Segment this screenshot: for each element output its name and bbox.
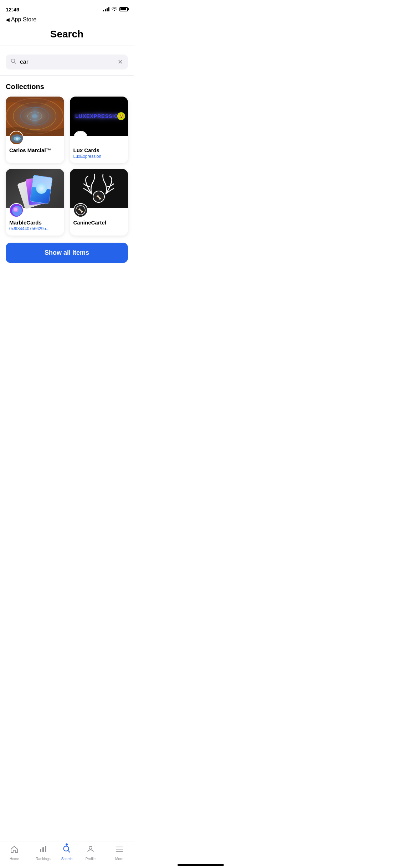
collections-title: Collections [6, 83, 128, 91]
collection-card-lux[interactable]: LUXEXPRESSION 😵 Lux Cards LuxExpression [70, 97, 128, 163]
svg-text:🦴: 🦴 [96, 195, 102, 200]
nav-back[interactable]: ◀ App Store [0, 16, 134, 24]
collection-image-marble [6, 169, 64, 208]
svg-point-8 [32, 114, 37, 118]
svg-point-13 [16, 138, 19, 140]
collection-name-carlos: Carlos Marcial™ [9, 147, 61, 153]
collection-info-canine: 🦴 CanineCartel [70, 208, 128, 231]
avatar-lux [73, 131, 88, 145]
avatar-marble [9, 203, 24, 217]
svg-point-7 [27, 112, 42, 120]
canine-art-svg: 🦴 [81, 172, 117, 205]
collection-image-carlos [6, 97, 64, 136]
avatar-wrap-carlos [9, 131, 61, 145]
collection-name-marble: MarbleCards [9, 219, 61, 226]
page-title: Search [0, 24, 134, 46]
lux-smiley-icon: 😵 [117, 112, 125, 120]
search-clear-icon[interactable]: ✕ [118, 58, 123, 66]
collection-info-lux: Lux Cards LuxExpression [70, 136, 128, 163]
collection-image-lux: LUXEXPRESSION 😵 [70, 97, 128, 136]
collection-card-marble[interactable]: MarbleCards 0x9f84440756629b... [6, 169, 64, 236]
show-all-button[interactable]: Show all items [6, 243, 128, 263]
avatar-carlos [9, 131, 24, 145]
search-input[interactable] [20, 58, 114, 66]
title-divider [0, 46, 134, 46]
status-icons [103, 7, 128, 12]
collection-info-carlos: Carlos Marcial™ [6, 136, 64, 158]
search-bar-container: ✕ [0, 52, 134, 75]
collection-info-marble: MarbleCards 0x9f84440756629b... [6, 208, 64, 236]
collections-grid: Carlos Marcial™ LUXEXPRESSION 😵 [6, 97, 128, 236]
signal-icon [103, 7, 109, 11]
collection-sub-lux: LuxExpression [73, 154, 125, 159]
collection-card-canine[interactable]: 🦴 🦴 [70, 169, 128, 236]
svg-point-17 [14, 208, 17, 211]
collection-card-carlos[interactable]: Carlos Marcial™ [6, 97, 64, 163]
lux-text: LUXEXPRESSION [75, 113, 122, 119]
search-icon [11, 58, 16, 66]
avatar-wrap-lux [73, 131, 125, 145]
status-bar: 12:49 [0, 0, 134, 16]
collection-sub-marble: 0x9f84440756629b... [9, 226, 61, 231]
card-stack [21, 176, 49, 201]
back-arrow-icon: ◀ [6, 17, 10, 22]
avatar-canine: 🦴 [73, 203, 88, 217]
svg-text:🦴: 🦴 [78, 208, 83, 213]
back-label: App Store [11, 16, 36, 23]
battery-icon [119, 7, 128, 11]
avatar-image-canine: 🦴 [74, 204, 87, 217]
avatar-image-marble [10, 204, 23, 217]
collection-name-lux: Lux Cards [73, 147, 125, 153]
avatar-image-carlos [10, 131, 23, 144]
avatar-image-lux [74, 131, 87, 144]
search-bar[interactable]: ✕ [6, 55, 128, 69]
wifi-icon [112, 7, 117, 12]
collection-name-canine: CanineCartel [73, 219, 125, 226]
svg-line-1 [15, 62, 16, 64]
avatar-wrap-canine: 🦴 [73, 203, 125, 217]
status-time: 12:49 [6, 6, 19, 12]
collections-section: Collections [0, 76, 134, 236]
collection-image-canine: 🦴 [70, 169, 128, 208]
